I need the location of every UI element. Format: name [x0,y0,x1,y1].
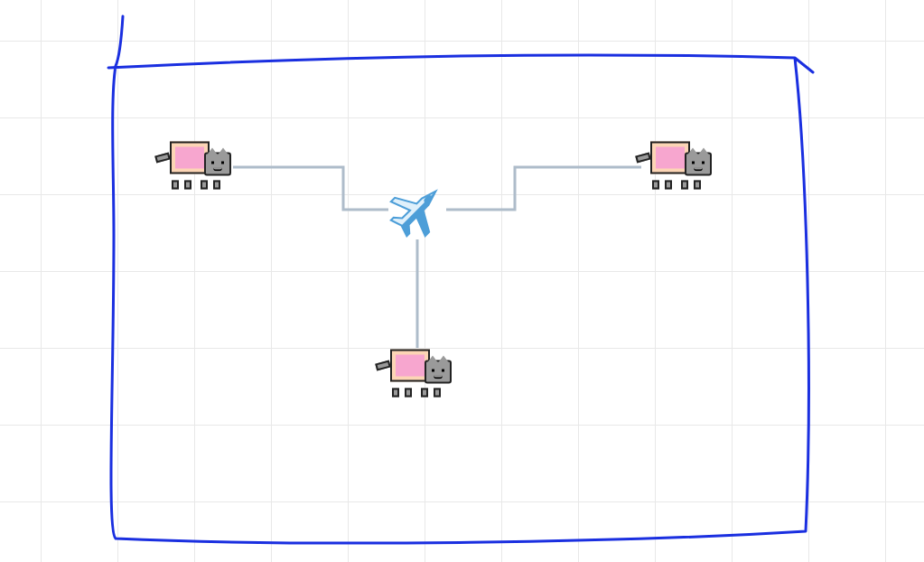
edge-center-right[interactable] [446,167,641,210]
node-nyan-left[interactable] [161,138,233,188]
selection-scribble [108,16,813,543]
diagram-canvas[interactable] [0,0,924,562]
airplane-icon [387,180,447,239]
node-nyan-bottom[interactable] [381,346,453,396]
edge-center-left[interactable] [233,167,388,210]
node-nyan-right[interactable] [641,138,714,188]
node-airplane[interactable] [387,180,447,239]
